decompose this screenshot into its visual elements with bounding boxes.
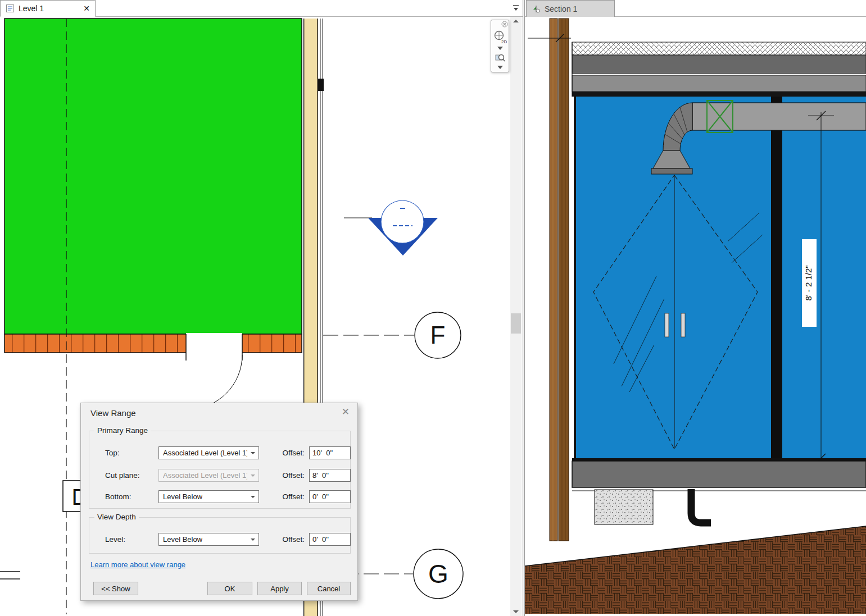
depth-level-label: Level: <box>105 533 125 546</box>
dimension-text: 8' - 2 1/2" <box>804 265 813 300</box>
top-offset-label: Offset: <box>273 446 305 459</box>
vertical-scrollbar[interactable] <box>510 17 522 616</box>
dialog-close-icon[interactable]: ✕ <box>342 406 350 418</box>
door-swing-arc[interactable] <box>188 355 242 409</box>
view-depth-label: View Depth <box>94 513 139 521</box>
top-level-dropdown[interactable]: Associated Level (Level 1) <box>158 446 259 459</box>
wheel-dropdown-chevron-icon[interactable] <box>497 47 503 50</box>
left-tabbar: Level 1 ✕ <box>0 0 523 17</box>
view-range-dialog: View Range ✕ Primary Range Top: Associat… <box>80 403 358 601</box>
apply-button[interactable]: Apply <box>257 582 302 595</box>
cancel-button[interactable]: Cancel <box>307 582 351 595</box>
primary-range-group: Primary Range Top: Associated Level (Lev… <box>89 431 351 509</box>
section-marker[interactable] <box>344 200 438 255</box>
bottom-offset-label: Offset: <box>273 490 305 503</box>
door-opening <box>186 333 242 354</box>
bottom-level-value: Level Below <box>163 492 202 501</box>
steering-wheel-2d-icon[interactable]: 2D <box>493 30 507 44</box>
section-view-pane: Section 1 <box>525 0 866 616</box>
zoom-dropdown-chevron-icon[interactable] <box>497 66 503 69</box>
depth-offset-label: Offset: <box>273 533 305 546</box>
drain-pipe[interactable] <box>691 489 711 523</box>
depth-level-dropdown[interactable]: Level Below <box>158 533 259 546</box>
tab-close-icon[interactable]: ✕ <box>83 4 90 12</box>
floor-plan-icon <box>6 4 15 13</box>
scrollbar-thumb[interactable] <box>511 313 521 334</box>
plan-view-pane: Level 1 ✕ <box>0 0 523 616</box>
scroll-up-icon[interactable] <box>510 17 522 26</box>
diffuser-rim <box>651 168 692 174</box>
cut-plane-offset-label: Offset: <box>273 469 305 482</box>
cut-plane-offset-input[interactable] <box>309 469 351 482</box>
door-pull-left <box>665 313 669 337</box>
zoom-tool-icon[interactable] <box>495 53 505 63</box>
right-tabbar: Section 1 <box>525 0 866 17</box>
primary-range-label: Primary Range <box>94 426 151 435</box>
top-level-value: Associated Level (Level 1) <box>163 449 247 457</box>
navbar-close-icon[interactable] <box>501 21 508 28</box>
top-label: Top: <box>105 446 120 459</box>
navigation-bar: 2D <box>491 20 509 72</box>
dialog-title: View Range <box>90 408 136 418</box>
view-depth-group: View Depth Level: Level Below Offset: <box>89 517 351 554</box>
tab-list-chevron-icon[interactable] <box>512 4 520 12</box>
wheel-2d-label: 2D <box>501 39 507 44</box>
room-fill-green[interactable] <box>4 19 302 334</box>
roof-assembly[interactable] <box>572 42 866 97</box>
show-button[interactable]: << Show <box>93 582 138 595</box>
cut-plane-label: Cut plane: <box>105 469 140 482</box>
tab-section-1[interactable]: Section 1 <box>526 0 615 17</box>
ok-button[interactable]: OK <box>207 582 252 595</box>
scroll-down-icon[interactable] <box>510 606 522 616</box>
wall-stub-lines <box>0 572 20 579</box>
tab-section-1-label: Section 1 <box>545 4 609 13</box>
tab-level-1-label: Level 1 <box>19 4 79 13</box>
section-viewport[interactable]: 8' - 2 1/2" <box>525 17 866 616</box>
glazed-door-assembly[interactable] <box>572 97 866 461</box>
wall-cap <box>318 79 324 91</box>
grid-label-f: F <box>430 321 446 349</box>
concrete-footing[interactable] <box>595 490 653 524</box>
cut-plane-dropdown: Associated Level (Level 1) <box>158 469 259 482</box>
bottom-level-dropdown[interactable]: Level Below <box>158 490 259 503</box>
section-view-icon <box>532 4 541 13</box>
tab-level-1[interactable]: Level 1 ✕ <box>0 0 96 17</box>
door-pull-right <box>681 313 685 337</box>
cut-plane-value: Associated Level (Level 1) <box>163 471 247 480</box>
grid-bubble-f[interactable]: F <box>323 312 461 358</box>
wood-stud-wall[interactable] <box>550 19 569 541</box>
brick-wall[interactable] <box>4 333 302 409</box>
mullion <box>771 97 782 460</box>
depth-offset-input[interactable] <box>309 533 351 546</box>
top-offset-input[interactable] <box>309 446 351 459</box>
ground-hatch[interactable] <box>525 526 866 616</box>
depth-level-value: Level Below <box>163 535 202 544</box>
bottom-label: Bottom: <box>105 490 132 503</box>
bottom-offset-input[interactable] <box>309 490 351 503</box>
grid-label-g: G <box>428 559 448 588</box>
learn-more-link[interactable]: Learn more about view range <box>90 560 185 569</box>
floor-slab[interactable] <box>572 461 866 491</box>
